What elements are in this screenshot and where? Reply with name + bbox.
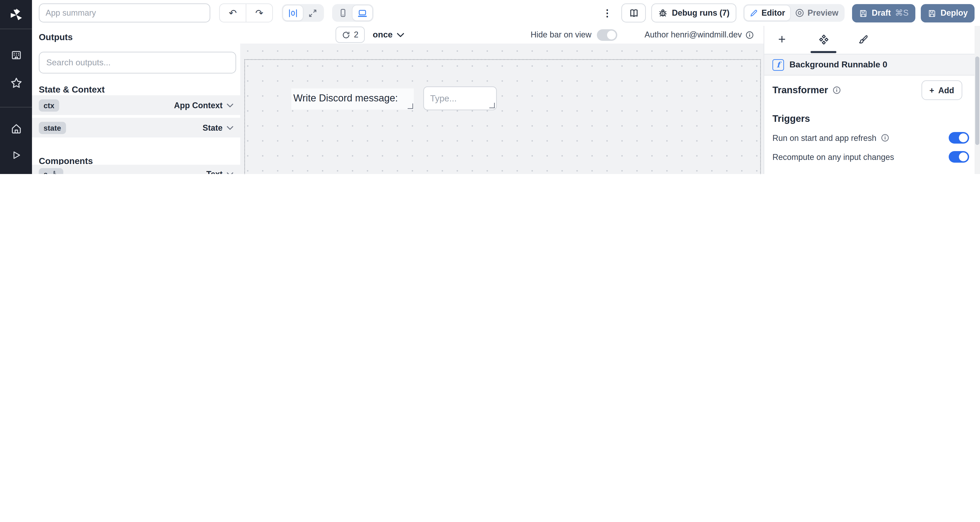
hide-bar-toggle[interactable] [597,29,617,41]
save-icon [859,9,868,18]
add-label: Add [938,86,954,95]
plus-icon: + [929,86,934,95]
refresh-button[interactable]: 2 [336,27,364,43]
text-component[interactable]: Write Discord message: [291,89,414,110]
undo-redo-group: ↶ ↷ [219,3,273,22]
device-toggle-group [332,4,374,22]
app-summary-input[interactable] [39,3,210,22]
selected-container-outline [244,59,761,174]
state-type-label: State [202,123,223,132]
recompute-toggle[interactable] [949,151,969,163]
active-tab-underline [811,51,837,53]
preview-label: Preview [808,8,838,18]
top-toolbar: ↶ ↷ ⋮ Debug runs (7) [32,0,980,27]
tab-settings[interactable] [808,26,838,53]
deploy-button[interactable]: Deploy [921,4,975,22]
align-center-icon [288,8,298,18]
hide-bar-label: Hide bar on view [531,30,592,40]
editor-tab[interactable]: Editor [745,5,790,21]
info-icon[interactable] [832,86,841,94]
scrollbar-thumb[interactable] [975,56,979,145]
a-badge-label: a [43,170,48,174]
output-row-ctx[interactable]: ctx App Context [32,95,240,115]
info-icon[interactable] [745,30,754,39]
chevron-down-icon[interactable] [227,172,234,174]
canvas-column: 2 once Hide bar on view Author henri@win… [240,26,764,174]
editor-preview-group: Editor Preview [743,4,845,22]
state-context-title: State & Context [39,84,105,95]
draft-shortcut: ⌘S [895,8,908,18]
resize-handle[interactable] [408,103,413,109]
text-component-value: Write Discord message: [293,92,398,103]
undo-icon: ↶ [229,8,237,18]
text-input-component[interactable]: Type... [423,86,497,110]
canvas-toolbar: 2 once Hide bar on view Author henri@win… [240,26,764,43]
resize-handle[interactable] [489,103,495,108]
run-on-start-label: Run on start and app refresh [772,133,876,143]
draft-label: Draft [872,8,891,18]
center-layout-button[interactable] [283,5,303,21]
rail-divider [0,107,32,108]
components-diamonds-icon [818,34,829,45]
schedule-label[interactable]: once [373,30,393,40]
tab-styling[interactable] [849,26,878,53]
redo-button[interactable]: ↷ [246,4,272,22]
transformer-title: Transformer [772,84,841,95]
add-transformer-button[interactable]: + Add [921,80,962,100]
outputs-panel: Outputs State & Context ctx App Context … [32,26,241,174]
editor-label: Editor [762,8,785,18]
refresh-icon [342,30,350,39]
ctx-badge: ctx [39,99,59,111]
rail-divider [0,29,32,29]
windmill-logo-icon[interactable] [9,8,24,22]
save-icon [928,9,937,18]
fullwidth-layout-button[interactable] [303,5,323,21]
text-input-placeholder: Type... [430,93,457,103]
chevron-down-icon[interactable] [227,126,234,130]
chevron-down-icon[interactable] [227,103,234,107]
preview-tab[interactable]: Preview [790,5,843,21]
desktop-icon [357,8,368,18]
recompute-label: Recompute on any input changes [772,152,894,162]
redo-icon: ↷ [255,8,263,18]
function-icon: f [772,59,784,70]
mobile-view-button[interactable] [334,5,353,21]
left-nav-rail: $ ⚙ [0,0,32,174]
preview-eye-icon [795,8,804,18]
favorites-star-icon[interactable] [10,77,22,89]
selected-runnable-header[interactable]: f Background Runnable 0 [764,54,975,76]
kebab-menu[interactable]: ⋮ [603,8,612,18]
app-canvas[interactable]: Write Discord message: Type... Press me … [240,43,764,174]
home-icon[interactable] [10,123,22,135]
run-on-start-toggle[interactable] [949,132,969,143]
recompute-row: Recompute on any input changes [772,151,969,163]
layout-toggle-group [282,4,324,22]
pencil-icon [749,9,758,18]
runs-play-icon[interactable] [11,150,22,161]
bug-icon [658,8,668,18]
runnable-settings-panel: + f Background Runnable 0 Transformer + … [764,26,980,174]
undo-button[interactable]: ↶ [220,4,246,22]
deploy-label: Deploy [940,8,968,18]
docs-button[interactable] [622,3,646,22]
apps-icon[interactable] [10,49,22,61]
chevron-down-icon[interactable] [397,32,404,37]
panel-scrollbar[interactable] [975,26,980,174]
plus-icon: + [778,32,786,47]
desktop-view-button[interactable] [353,5,372,21]
search-outputs-input[interactable] [39,52,236,73]
a-type-label: Text [207,169,223,174]
tab-insert[interactable]: + [767,26,797,53]
triggers-title: Triggers [772,113,810,124]
book-icon [628,8,639,18]
debug-runs-label: Debug runs (7) [672,8,730,18]
mobile-icon [338,8,348,18]
draft-button[interactable]: Draft ⌘S [852,4,915,22]
info-icon[interactable] [880,134,889,142]
run-on-start-row: Run on start and app refresh [772,132,969,143]
outputs-title: Outputs [39,32,73,42]
output-row-a[interactable]: a Text [32,165,240,174]
expand-arrows-icon [308,8,318,18]
debug-runs-button[interactable]: Debug runs (7) [652,3,737,22]
output-row-state[interactable]: state State [32,118,240,137]
